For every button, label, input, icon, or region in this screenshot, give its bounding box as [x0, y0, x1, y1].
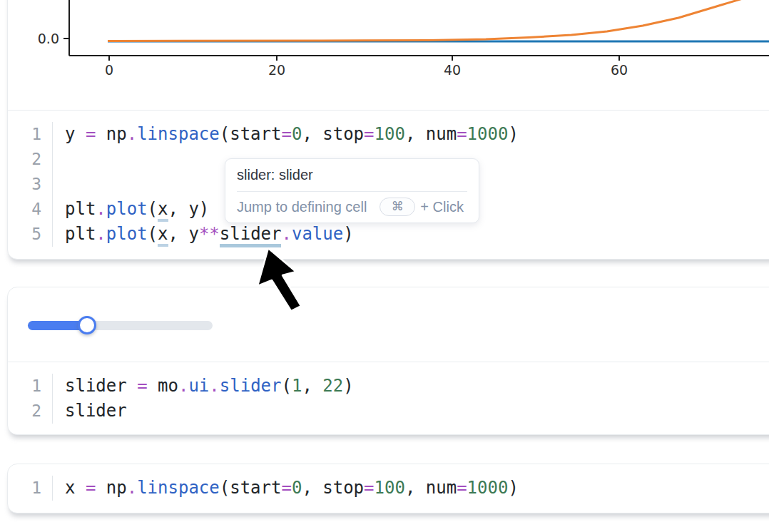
code-token: =: [281, 478, 291, 498]
code-token: (: [148, 224, 158, 244]
code-token: ,: [302, 376, 322, 396]
slider-thumb[interactable]: [78, 316, 96, 334]
code-token: , y): [168, 199, 210, 219]
code-token: x: [65, 478, 86, 498]
code-token: linspace: [137, 124, 220, 144]
command-key-icon: ⌘: [392, 198, 404, 216]
code-token: 0: [292, 478, 302, 498]
x-tick-label: 60: [611, 62, 628, 78]
code-token: plot: [106, 224, 148, 244]
code-token: ui: [188, 376, 209, 396]
code-token: , y: [168, 224, 199, 244]
code-token: 1000: [467, 124, 509, 144]
code-line[interactable]: slider = mo.ui.slider(1, 22): [65, 374, 354, 399]
code-token: .: [127, 478, 137, 498]
code-token: 1: [292, 376, 302, 396]
code-token: ): [508, 478, 518, 498]
slider-output: [8, 287, 769, 362]
code-token: plt: [65, 224, 96, 244]
code-editor-x[interactable]: 1x = np.linspace(start=0, stop=100, num=…: [8, 464, 769, 511]
code-line[interactable]: x = np.linspace(start=0, stop=100, num=1…: [65, 476, 519, 501]
code-token: , stop: [302, 478, 364, 498]
code-token: , num: [405, 124, 457, 144]
code-token: =: [86, 124, 96, 144]
line-number: 1: [8, 374, 41, 399]
code-token: (: [281, 376, 291, 396]
code-token: =: [281, 124, 291, 144]
line-number: 1: [8, 476, 41, 501]
line-number: 4: [8, 197, 41, 222]
code-token: (start: [220, 124, 282, 144]
code-token: , stop: [302, 124, 364, 144]
code-token: y: [65, 124, 86, 144]
linked-variable-token[interactable]: slider: [220, 224, 282, 247]
code-token: plt: [65, 199, 96, 219]
cell-slider: 12slider = mo.ui.slider(1, 22)slider: [7, 287, 769, 435]
line-number: 3: [8, 172, 41, 197]
code-editor-slider[interactable]: 12slider = mo.ui.slider(1, 22)slider: [8, 362, 769, 434]
line-number: 2: [8, 147, 41, 172]
code-token: slider: [65, 401, 127, 421]
x-tick-label: 0: [105, 62, 113, 78]
code-token: np: [96, 478, 126, 498]
code-token: linspace: [137, 478, 220, 498]
code-token: (: [148, 199, 158, 219]
line-chart: 0.00204060: [8, 0, 769, 110]
code-token: mo: [148, 376, 178, 396]
cell-x: 1x = np.linspace(start=0, stop=100, num=…: [7, 464, 769, 513]
tooltip-click-suffix: + Click: [420, 198, 464, 216]
code-token: (start: [220, 478, 282, 498]
code-token: =: [364, 124, 374, 144]
code-token: 0: [292, 124, 302, 144]
code-token: .: [96, 199, 106, 219]
code-token: , num: [405, 478, 457, 498]
code-token: np: [96, 124, 126, 144]
line-number-gutter: 1: [8, 476, 53, 501]
code-token: plot: [106, 199, 148, 219]
code-token: ): [508, 124, 518, 144]
command-key-badge: ⌘: [380, 198, 415, 216]
line-number: 1: [8, 122, 41, 147]
plot-output: 0.00204060: [8, 0, 769, 111]
code-token: ): [343, 224, 353, 244]
code-token: ): [343, 376, 353, 396]
code-token: **: [199, 224, 220, 244]
code-line[interactable]: slider: [65, 399, 354, 424]
linked-variable-token[interactable]: x: [158, 224, 168, 247]
code-token: =: [457, 478, 467, 498]
code-token: .: [127, 124, 137, 144]
code-token: .: [281, 224, 291, 244]
code-token: 100: [375, 478, 405, 498]
notebook-page: 0.00204060 12345y = np.linspace(start=0,…: [0, 0, 769, 532]
code-token: =: [137, 376, 147, 396]
code-token: 22: [322, 376, 343, 396]
series-orange-line: [108, 0, 769, 41]
slider-track[interactable]: [28, 321, 213, 330]
linked-variable-token[interactable]: x: [158, 199, 168, 222]
line-number-gutter: 12: [8, 374, 53, 424]
code-token: =: [457, 124, 467, 144]
code-line[interactable]: y = np.linspace(start=0, stop=100, num=1…: [65, 122, 519, 147]
code-token: slider: [220, 376, 282, 396]
tooltip-action-label: Jump to defining cell: [237, 198, 367, 216]
code-token: value: [292, 224, 343, 244]
code-token: slider: [65, 376, 137, 396]
line-number: 5: [8, 222, 41, 247]
x-tick-label: 40: [444, 62, 461, 78]
code-lines[interactable]: slider = mo.ui.slider(1, 22)slider: [53, 374, 354, 424]
code-line[interactable]: plt.plot(x, y**slider.value): [65, 222, 519, 247]
code-token: .: [96, 224, 106, 244]
code-lines[interactable]: x = np.linspace(start=0, stop=100, num=1…: [53, 476, 519, 501]
tooltip-action-row: Jump to defining cell ⌘ + Click: [225, 192, 479, 222]
code-token: 1000: [467, 478, 509, 498]
line-number: 2: [8, 399, 41, 424]
code-token: =: [364, 478, 374, 498]
code-token: .: [178, 376, 188, 396]
code-token: .: [209, 376, 219, 396]
line-number-gutter: 12345: [8, 122, 53, 247]
code-token: =: [86, 478, 96, 498]
variable-tooltip: slider: slider Jump to defining cell ⌘ +…: [225, 158, 479, 223]
x-tick-label: 20: [268, 62, 285, 78]
tooltip-title: slider: slider: [225, 159, 479, 191]
y-tick-label: 0.0: [38, 31, 59, 46]
